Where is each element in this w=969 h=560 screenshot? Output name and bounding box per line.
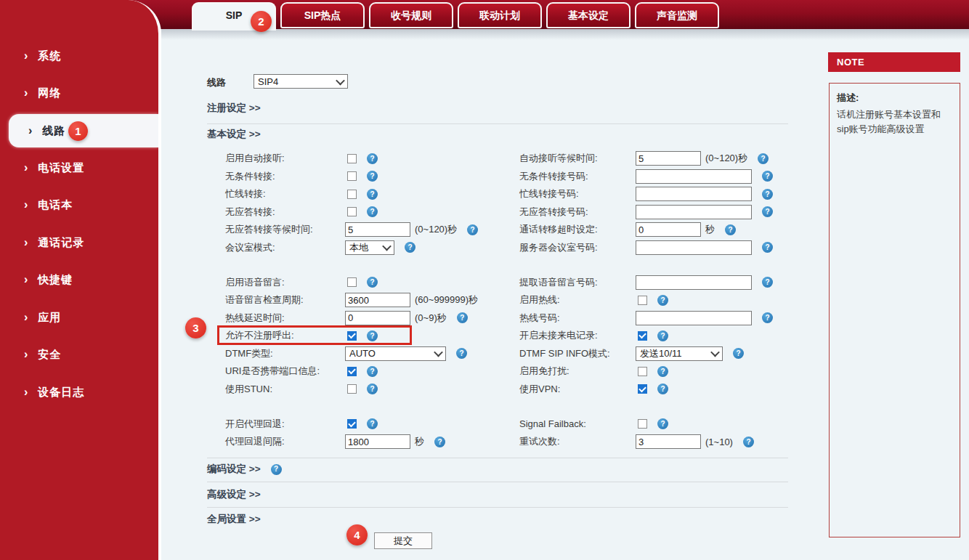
text-input[interactable] <box>636 222 701 237</box>
help-icon[interactable]: ? <box>762 189 773 200</box>
help-icon[interactable]: ? <box>762 277 773 288</box>
field-suffix: (0~9)秒 <box>415 312 447 325</box>
text-input[interactable] <box>636 434 701 449</box>
text-input[interactable] <box>636 169 752 184</box>
check-icon <box>348 419 356 427</box>
checkbox[interactable] <box>638 296 647 305</box>
help-icon[interactable]: ? <box>367 206 378 217</box>
submit-button[interactable]: 提交 <box>374 532 432 549</box>
text-input[interactable] <box>636 187 752 201</box>
help-icon[interactable]: ? <box>762 206 773 217</box>
tab-basic-settings[interactable]: 基本设定 <box>546 2 631 28</box>
select[interactable]: 发送10/11 <box>636 346 723 361</box>
sidebar-item-security[interactable]: ›安全 <box>0 338 158 371</box>
form-row: 语音留言检查周期:(60~999999)秒启用热线:? <box>207 291 788 309</box>
help-icon[interactable]: ? <box>762 171 773 182</box>
select-value: 发送10/11 <box>640 347 682 360</box>
help-icon[interactable]: ? <box>367 366 378 377</box>
text-input[interactable] <box>636 275 752 290</box>
section-codec[interactable]: 编码设定 >> ? <box>207 463 282 476</box>
help-icon[interactable]: ? <box>657 330 668 341</box>
checkbox[interactable] <box>638 367 647 376</box>
help-icon[interactable]: ? <box>762 242 773 253</box>
section-advanced[interactable]: 高级设定 >> <box>207 488 261 501</box>
field-label: 允许不注册呼出: <box>207 329 345 342</box>
help-icon[interactable]: ? <box>456 348 467 359</box>
line-select[interactable]: SIP4 <box>254 74 348 89</box>
form-rows: 启用自动接听:?自动接听等候时间:(0~120)秒?无条件转接:?无条件转接号码… <box>207 150 788 451</box>
help-icon[interactable]: ? <box>271 464 282 475</box>
tab-action-plan[interactable]: 联动计划 <box>458 2 542 28</box>
field-label: 无应答转接等候时间: <box>207 223 345 236</box>
form-row: 热线延迟时间:(0~9)秒?热线号码:? <box>207 309 788 328</box>
text-input[interactable] <box>345 311 410 325</box>
text-input[interactable] <box>345 293 410 307</box>
form-row: DTMF类型:AUTO?DTMF SIP INFO模式:发送10/11? <box>207 345 788 363</box>
checkbox[interactable] <box>347 207 357 216</box>
section-register[interactable]: 注册设定 >> <box>207 102 261 115</box>
checkbox[interactable] <box>347 419 357 429</box>
checkbox[interactable] <box>347 384 357 394</box>
help-icon[interactable]: ? <box>367 418 378 429</box>
help-icon[interactable]: ? <box>405 242 415 253</box>
text-input[interactable] <box>345 434 410 449</box>
checkbox[interactable] <box>347 190 357 199</box>
help-icon[interactable]: ? <box>657 366 668 377</box>
help-icon[interactable]: ? <box>367 384 378 394</box>
checkbox[interactable] <box>347 154 357 163</box>
text-input[interactable] <box>636 240 752 255</box>
field-controls: ? <box>345 384 519 394</box>
help-icon[interactable]: ? <box>434 437 445 447</box>
section-basic[interactable]: 基本设定 >> <box>207 128 261 141</box>
select[interactable]: AUTO <box>345 346 446 361</box>
help-icon[interactable]: ? <box>743 437 754 447</box>
check-icon <box>638 331 646 339</box>
help-icon[interactable]: ? <box>367 153 378 164</box>
sidebar-item-network[interactable]: ›网络 <box>0 76 158 110</box>
checkbox[interactable] <box>638 419 647 429</box>
sidebar-item-label: 网络 <box>38 86 61 100</box>
tab-sip-hotspot[interactable]: SIP热点 <box>280 2 365 28</box>
sidebar-item-application[interactable]: ›应用 <box>0 301 158 334</box>
help-icon[interactable]: ? <box>467 224 478 235</box>
checkbox[interactable] <box>347 171 357 181</box>
checkbox[interactable] <box>347 277 357 287</box>
field-controls: (0~120)秒? <box>345 222 519 237</box>
help-icon[interactable]: ? <box>758 153 769 164</box>
checkbox[interactable] <box>347 367 357 376</box>
help-icon[interactable]: ? <box>457 312 468 323</box>
sidebar-item-phone-settings[interactable]: ›电话设置 <box>0 151 158 184</box>
help-icon[interactable]: ? <box>367 171 378 182</box>
text-input[interactable] <box>636 311 752 325</box>
text-input[interactable] <box>636 151 701 166</box>
field-controls: ? <box>636 205 788 219</box>
tab-dial-rule[interactable]: 收号规则 <box>369 2 453 28</box>
help-icon[interactable]: ? <box>657 418 668 429</box>
help-icon[interactable]: ? <box>733 348 744 359</box>
help-icon[interactable]: ? <box>367 330 378 341</box>
section-global[interactable]: 全局设置 >> <box>207 513 261 526</box>
field-label: 无应答转接: <box>207 206 345 219</box>
sidebar-item-phonebook[interactable]: ›电话本 <box>0 188 158 222</box>
checkbox[interactable] <box>347 331 357 341</box>
select[interactable]: 本地 <box>345 240 394 255</box>
sidebar-item-system[interactable]: ›系统 <box>0 39 158 73</box>
chevron-right-icon: › <box>24 236 28 249</box>
help-icon[interactable]: ? <box>367 189 378 200</box>
checkbox[interactable] <box>638 331 647 341</box>
field-controls: ? <box>636 187 788 201</box>
help-icon[interactable]: ? <box>657 295 668 306</box>
text-input[interactable] <box>636 205 752 219</box>
text-input[interactable] <box>345 222 410 237</box>
help-icon[interactable]: ? <box>725 224 736 235</box>
sidebar-item-function-key[interactable]: ›快捷键 <box>0 263 158 296</box>
field-label: 代理回退间隔: <box>207 435 345 448</box>
help-icon[interactable]: ? <box>762 312 773 323</box>
sidebar-item-call-logs[interactable]: ›通话记录 <box>0 226 158 259</box>
field-suffix: (0~120)秒 <box>415 223 457 236</box>
tab-sound-monitor[interactable]: 声音监测 <box>635 2 719 28</box>
checkbox[interactable] <box>638 384 647 394</box>
help-icon[interactable]: ? <box>657 384 668 394</box>
sidebar-item-device-log[interactable]: ›设备日志 <box>0 376 158 409</box>
help-icon[interactable]: ? <box>367 277 378 288</box>
